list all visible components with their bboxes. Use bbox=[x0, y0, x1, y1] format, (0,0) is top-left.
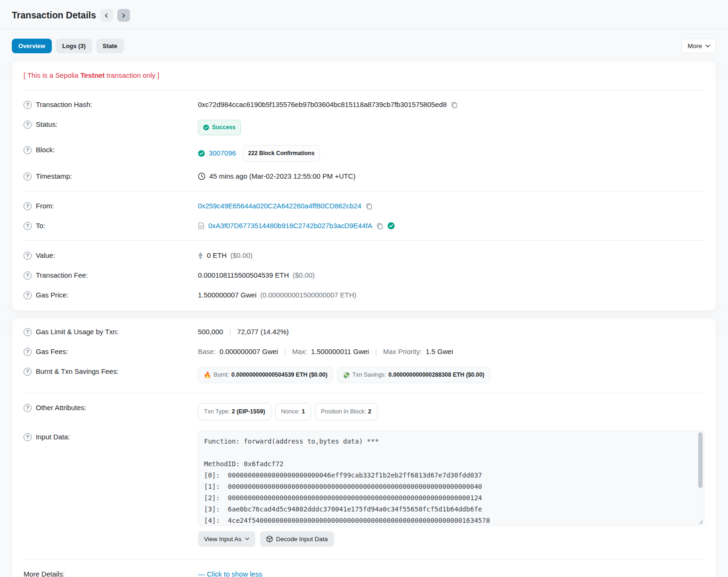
input-data-box: Function: forward(address to,bytes data)… bbox=[198, 430, 704, 526]
chevron-left-icon bbox=[104, 13, 109, 18]
position-in-block-badge-label: Position In Block: bbox=[321, 407, 366, 417]
help-icon[interactable]: ? bbox=[24, 272, 32, 280]
block-finalized-icon bbox=[198, 150, 205, 157]
gas-limit-label-group: ? Gas Limit & Usage by Txn: bbox=[24, 327, 198, 337]
to-label: To: bbox=[36, 221, 45, 231]
value-usd: ($0.00) bbox=[230, 251, 253, 261]
other-attributes-label: Other Attributes: bbox=[36, 403, 86, 413]
view-input-as-label: View Input As bbox=[204, 536, 242, 543]
max-priority-fee-label: Max Priority: bbox=[383, 347, 422, 357]
money-wings-icon: 💸 bbox=[343, 370, 350, 380]
help-icon[interactable]: ? bbox=[24, 368, 32, 376]
help-icon[interactable]: ? bbox=[24, 328, 32, 336]
help-icon[interactable]: ? bbox=[24, 121, 32, 129]
transaction-fee-label-group: ? Transaction Fee: bbox=[24, 271, 198, 280]
tab-logs[interactable]: Logs (3) bbox=[56, 39, 92, 53]
txn-savings-badge: 💸 Txn Savings: 0.000000000000288308 ETH … bbox=[337, 367, 490, 383]
copy-to-address-button[interactable] bbox=[376, 222, 384, 230]
nonce-badge: Nonce: 1 bbox=[275, 403, 311, 420]
burnt-fee-badge: 🔥 Burnt: 0.000000000000504539 ETH ($0.00… bbox=[198, 367, 333, 383]
tab-state[interactable]: State bbox=[96, 39, 124, 53]
help-icon[interactable]: ? bbox=[24, 222, 32, 230]
value-row: ? Value: 0 ETH ($0.00) bbox=[24, 246, 704, 265]
help-icon[interactable]: ? bbox=[24, 433, 32, 441]
transaction-hash-row: ? Transaction Hash: 0xc72d984ccac6190b5f… bbox=[24, 95, 704, 115]
ethereum-icon bbox=[198, 252, 203, 259]
status-badge-label: Success bbox=[212, 123, 236, 132]
help-icon[interactable]: ? bbox=[24, 173, 32, 181]
view-input-as-button[interactable]: View Input As bbox=[198, 531, 255, 547]
show-less-link[interactable]: — Click to show less bbox=[198, 569, 262, 577]
transaction-hash-label-group: ? Transaction Hash: bbox=[24, 100, 198, 110]
gas-fees-label-group: ? Gas Fees: bbox=[24, 347, 198, 357]
block-label-group: ? Block: bbox=[24, 145, 198, 155]
divider bbox=[24, 240, 704, 241]
help-icon[interactable]: ? bbox=[24, 404, 32, 412]
previous-transaction-button[interactable] bbox=[100, 9, 113, 22]
separator: | bbox=[282, 347, 288, 357]
status-row: ? Status: Success bbox=[24, 115, 704, 140]
gas-usage-value: 72,077 (14.42%) bbox=[237, 327, 288, 337]
chevron-down-icon bbox=[245, 537, 249, 540]
testnet-warning-suffix: transaction only ] bbox=[105, 72, 159, 79]
more-details-label: More Details: bbox=[24, 569, 65, 577]
input-data-scrollbar[interactable] bbox=[698, 432, 703, 488]
next-transaction-button[interactable] bbox=[117, 9, 130, 22]
help-icon[interactable]: ? bbox=[24, 252, 32, 260]
gas-fees-label: Gas Fees: bbox=[36, 347, 68, 357]
help-icon[interactable]: ? bbox=[24, 146, 32, 154]
copy-icon bbox=[376, 222, 384, 230]
from-address-link[interactable]: 0x259c49E65644a020C2A642260a4ffB0CD862cb… bbox=[198, 201, 361, 211]
help-icon[interactable]: ? bbox=[24, 101, 32, 109]
copy-from-address-button[interactable] bbox=[365, 202, 373, 210]
tabs-row: Overview Logs (3) State More bbox=[0, 29, 728, 53]
copy-icon bbox=[450, 101, 458, 108]
transaction-fee-label: Transaction Fee: bbox=[36, 271, 88, 280]
resize-grip-icon[interactable] bbox=[699, 520, 703, 524]
copy-transaction-hash-button[interactable] bbox=[450, 101, 458, 108]
transaction-fee-row: ? Transaction Fee: 0.000108115500504539 … bbox=[24, 265, 704, 285]
transaction-fee-eth: 0.000108115500504539 ETH bbox=[198, 271, 289, 280]
help-icon[interactable]: ? bbox=[24, 202, 32, 210]
transaction-fee-usd: ($0.00) bbox=[293, 271, 315, 280]
transaction-hash-label: Transaction Hash: bbox=[36, 100, 92, 110]
timestamp-row: ? Timestamp: 45 mins ago (Mar-02-2023 12… bbox=[24, 166, 704, 186]
block-row: ? Block: 3007096 222 Block Confirmations bbox=[24, 140, 704, 166]
from-label-group: ? From: bbox=[24, 201, 198, 211]
gas-price-eth: (0.000000001500000007 ETH) bbox=[260, 290, 356, 300]
block-number-link[interactable]: 3007096 bbox=[209, 148, 236, 158]
divider bbox=[24, 559, 704, 560]
value-label-group: ? Value: bbox=[24, 251, 198, 261]
input-data-content[interactable]: Function: forward(address to,bytes data)… bbox=[198, 430, 704, 526]
tab-overview[interactable]: Overview bbox=[12, 39, 52, 53]
page-title: Transaction Details bbox=[12, 10, 96, 21]
burnt-fee-badge-label: Burnt: bbox=[213, 370, 229, 380]
gas-price-row: ? Gas Price: 1.500000007 Gwei (0.0000000… bbox=[24, 285, 704, 305]
more-button-label: More bbox=[687, 42, 702, 49]
gas-price-label: Gas Price: bbox=[36, 290, 68, 300]
decode-input-data-button[interactable]: Decode Input Data bbox=[260, 531, 334, 547]
nonce-badge-label: Nonce: bbox=[281, 407, 300, 417]
overview-card: [ This is a Sepolia Testnet transaction … bbox=[12, 61, 716, 311]
gas-limit-row: ? Gas Limit & Usage by Txn: 500,000 | 72… bbox=[24, 322, 704, 342]
value-eth: 0 ETH bbox=[207, 251, 227, 261]
gas-fees-row: ? Gas Fees: Base: 0.000000007 Gwei | Max… bbox=[24, 342, 704, 362]
burnt-fees-label: Burnt & Txn Savings Fees: bbox=[36, 367, 119, 377]
more-button[interactable]: More bbox=[681, 39, 716, 53]
gas-limit-value: 500,000 bbox=[198, 327, 223, 337]
help-icon[interactable]: ? bbox=[24, 348, 32, 356]
gas-price-gwei: 1.500000007 Gwei bbox=[198, 290, 256, 300]
testnet-warning: [ This is a Sepolia Testnet transaction … bbox=[24, 65, 704, 85]
from-row: ? From: 0x259c49E65644a020C2A642260a4ffB… bbox=[24, 196, 704, 216]
timestamp-value: 45 mins ago (Mar-02-2023 12:55:00 PM +UT… bbox=[209, 172, 355, 181]
check-circle-icon bbox=[203, 124, 209, 131]
fire-icon: 🔥 bbox=[204, 370, 211, 380]
max-fee-value: 1.500000011 Gwei bbox=[311, 347, 369, 357]
block-confirmations-badge: 222 Block Confirmations bbox=[243, 145, 320, 162]
status-label-group: ? Status: bbox=[24, 120, 198, 130]
burnt-fee-badge-value: 0.000000000000504539 ETH ($0.00) bbox=[231, 370, 327, 380]
clock-icon bbox=[198, 173, 205, 180]
to-address-link[interactable]: 0xA3f07D6773514480b918C2742b027b3acD9E44… bbox=[208, 221, 372, 231]
help-icon[interactable]: ? bbox=[24, 291, 32, 299]
base-fee-label: Base: bbox=[198, 347, 216, 357]
